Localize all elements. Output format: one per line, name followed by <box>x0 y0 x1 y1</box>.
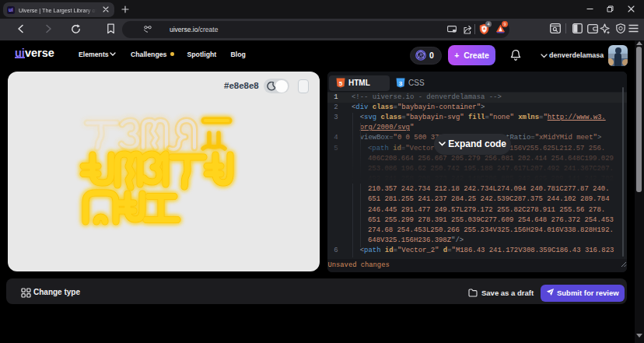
svg-text:5: 5 <box>339 80 343 87</box>
svg-text:3: 3 <box>399 80 403 87</box>
